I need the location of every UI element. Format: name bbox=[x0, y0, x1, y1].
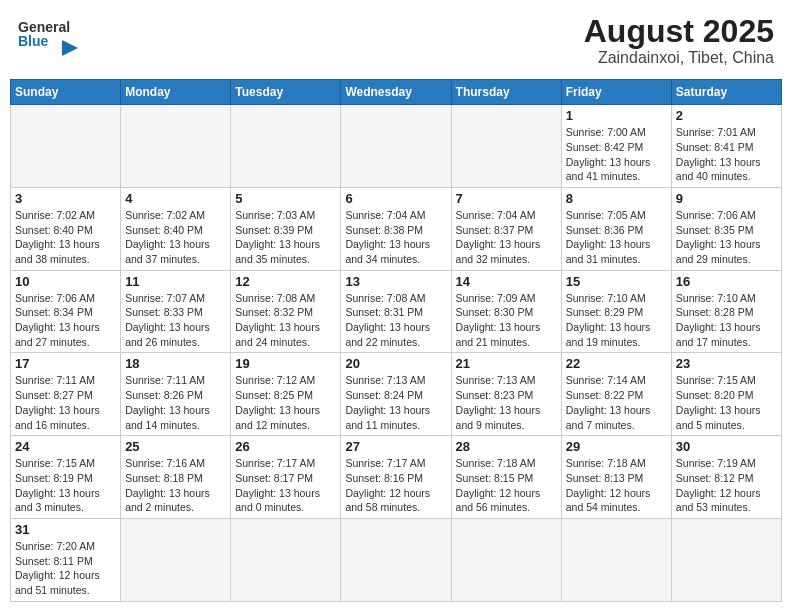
logo-icon: General Blue bbox=[18, 14, 78, 58]
calendar-week-4: 17Sunrise: 7:11 AMSunset: 8:27 PMDayligh… bbox=[11, 353, 782, 436]
day-number: 8 bbox=[566, 191, 667, 206]
calendar-cell bbox=[231, 105, 341, 188]
day-number: 25 bbox=[125, 439, 226, 454]
page-subtitle: Zaindainxoi, Tibet, China bbox=[584, 49, 774, 67]
calendar-cell: 31Sunrise: 7:20 AMSunset: 8:11 PMDayligh… bbox=[11, 518, 121, 601]
calendar-week-5: 24Sunrise: 7:15 AMSunset: 8:19 PMDayligh… bbox=[11, 436, 782, 519]
calendar-cell: 19Sunrise: 7:12 AMSunset: 8:25 PMDayligh… bbox=[231, 353, 341, 436]
day-info: Sunrise: 7:14 AMSunset: 8:22 PMDaylight:… bbox=[566, 373, 667, 432]
calendar-cell: 18Sunrise: 7:11 AMSunset: 8:26 PMDayligh… bbox=[121, 353, 231, 436]
calendar-cell: 28Sunrise: 7:18 AMSunset: 8:15 PMDayligh… bbox=[451, 436, 561, 519]
day-info: Sunrise: 7:17 AMSunset: 8:17 PMDaylight:… bbox=[235, 456, 336, 515]
calendar-cell: 12Sunrise: 7:08 AMSunset: 8:32 PMDayligh… bbox=[231, 270, 341, 353]
day-number: 19 bbox=[235, 356, 336, 371]
calendar-cell: 30Sunrise: 7:19 AMSunset: 8:12 PMDayligh… bbox=[671, 436, 781, 519]
calendar-cell: 25Sunrise: 7:16 AMSunset: 8:18 PMDayligh… bbox=[121, 436, 231, 519]
calendar-cell bbox=[341, 105, 451, 188]
weekday-header-monday: Monday bbox=[121, 80, 231, 105]
calendar-cell: 14Sunrise: 7:09 AMSunset: 8:30 PMDayligh… bbox=[451, 270, 561, 353]
page-header: General Blue August 2025 Zaindainxoi, Ti… bbox=[10, 10, 782, 71]
day-number: 30 bbox=[676, 439, 777, 454]
day-info: Sunrise: 7:17 AMSunset: 8:16 PMDaylight:… bbox=[345, 456, 446, 515]
calendar-cell bbox=[121, 105, 231, 188]
calendar-week-1: 1Sunrise: 7:00 AMSunset: 8:42 PMDaylight… bbox=[11, 105, 782, 188]
day-info: Sunrise: 7:16 AMSunset: 8:18 PMDaylight:… bbox=[125, 456, 226, 515]
day-number: 15 bbox=[566, 274, 667, 289]
page-title: August 2025 bbox=[584, 14, 774, 49]
weekday-header-saturday: Saturday bbox=[671, 80, 781, 105]
calendar-cell: 22Sunrise: 7:14 AMSunset: 8:22 PMDayligh… bbox=[561, 353, 671, 436]
day-info: Sunrise: 7:00 AMSunset: 8:42 PMDaylight:… bbox=[566, 125, 667, 184]
calendar-cell: 20Sunrise: 7:13 AMSunset: 8:24 PMDayligh… bbox=[341, 353, 451, 436]
day-info: Sunrise: 7:08 AMSunset: 8:31 PMDaylight:… bbox=[345, 291, 446, 350]
calendar-cell: 29Sunrise: 7:18 AMSunset: 8:13 PMDayligh… bbox=[561, 436, 671, 519]
calendar-week-3: 10Sunrise: 7:06 AMSunset: 8:34 PMDayligh… bbox=[11, 270, 782, 353]
calendar-cell bbox=[11, 105, 121, 188]
day-info: Sunrise: 7:11 AMSunset: 8:27 PMDaylight:… bbox=[15, 373, 116, 432]
day-info: Sunrise: 7:06 AMSunset: 8:35 PMDaylight:… bbox=[676, 208, 777, 267]
day-number: 28 bbox=[456, 439, 557, 454]
calendar-cell bbox=[671, 518, 781, 601]
day-number: 21 bbox=[456, 356, 557, 371]
calendar-cell: 9Sunrise: 7:06 AMSunset: 8:35 PMDaylight… bbox=[671, 187, 781, 270]
calendar-cell: 8Sunrise: 7:05 AMSunset: 8:36 PMDaylight… bbox=[561, 187, 671, 270]
calendar-table: SundayMondayTuesdayWednesdayThursdayFrid… bbox=[10, 79, 782, 602]
title-block: August 2025 Zaindainxoi, Tibet, China bbox=[584, 14, 774, 67]
day-number: 1 bbox=[566, 108, 667, 123]
calendar-cell bbox=[121, 518, 231, 601]
day-number: 29 bbox=[566, 439, 667, 454]
calendar-cell: 5Sunrise: 7:03 AMSunset: 8:39 PMDaylight… bbox=[231, 187, 341, 270]
logo: General Blue bbox=[18, 14, 80, 58]
calendar-cell: 2Sunrise: 7:01 AMSunset: 8:41 PMDaylight… bbox=[671, 105, 781, 188]
calendar-cell: 1Sunrise: 7:00 AMSunset: 8:42 PMDaylight… bbox=[561, 105, 671, 188]
day-info: Sunrise: 7:08 AMSunset: 8:32 PMDaylight:… bbox=[235, 291, 336, 350]
day-number: 4 bbox=[125, 191, 226, 206]
calendar-cell: 10Sunrise: 7:06 AMSunset: 8:34 PMDayligh… bbox=[11, 270, 121, 353]
calendar-cell: 27Sunrise: 7:17 AMSunset: 8:16 PMDayligh… bbox=[341, 436, 451, 519]
day-info: Sunrise: 7:05 AMSunset: 8:36 PMDaylight:… bbox=[566, 208, 667, 267]
day-info: Sunrise: 7:15 AMSunset: 8:19 PMDaylight:… bbox=[15, 456, 116, 515]
day-info: Sunrise: 7:09 AMSunset: 8:30 PMDaylight:… bbox=[456, 291, 557, 350]
day-number: 14 bbox=[456, 274, 557, 289]
calendar-cell bbox=[561, 518, 671, 601]
day-info: Sunrise: 7:18 AMSunset: 8:13 PMDaylight:… bbox=[566, 456, 667, 515]
calendar-cell: 13Sunrise: 7:08 AMSunset: 8:31 PMDayligh… bbox=[341, 270, 451, 353]
day-info: Sunrise: 7:06 AMSunset: 8:34 PMDaylight:… bbox=[15, 291, 116, 350]
day-number: 16 bbox=[676, 274, 777, 289]
calendar-cell: 15Sunrise: 7:10 AMSunset: 8:29 PMDayligh… bbox=[561, 270, 671, 353]
calendar-week-2: 3Sunrise: 7:02 AMSunset: 8:40 PMDaylight… bbox=[11, 187, 782, 270]
day-number: 18 bbox=[125, 356, 226, 371]
day-number: 9 bbox=[676, 191, 777, 206]
day-number: 6 bbox=[345, 191, 446, 206]
day-number: 5 bbox=[235, 191, 336, 206]
day-info: Sunrise: 7:01 AMSunset: 8:41 PMDaylight:… bbox=[676, 125, 777, 184]
day-info: Sunrise: 7:02 AMSunset: 8:40 PMDaylight:… bbox=[125, 208, 226, 267]
day-number: 13 bbox=[345, 274, 446, 289]
weekday-header-tuesday: Tuesday bbox=[231, 80, 341, 105]
day-number: 11 bbox=[125, 274, 226, 289]
calendar-cell: 26Sunrise: 7:17 AMSunset: 8:17 PMDayligh… bbox=[231, 436, 341, 519]
calendar-cell: 11Sunrise: 7:07 AMSunset: 8:33 PMDayligh… bbox=[121, 270, 231, 353]
day-number: 20 bbox=[345, 356, 446, 371]
day-info: Sunrise: 7:04 AMSunset: 8:37 PMDaylight:… bbox=[456, 208, 557, 267]
calendar-cell bbox=[451, 518, 561, 601]
day-info: Sunrise: 7:13 AMSunset: 8:24 PMDaylight:… bbox=[345, 373, 446, 432]
weekday-header-friday: Friday bbox=[561, 80, 671, 105]
calendar-cell: 17Sunrise: 7:11 AMSunset: 8:27 PMDayligh… bbox=[11, 353, 121, 436]
day-info: Sunrise: 7:04 AMSunset: 8:38 PMDaylight:… bbox=[345, 208, 446, 267]
day-info: Sunrise: 7:10 AMSunset: 8:29 PMDaylight:… bbox=[566, 291, 667, 350]
calendar-cell bbox=[341, 518, 451, 601]
day-number: 24 bbox=[15, 439, 116, 454]
day-number: 23 bbox=[676, 356, 777, 371]
day-number: 2 bbox=[676, 108, 777, 123]
calendar-cell: 3Sunrise: 7:02 AMSunset: 8:40 PMDaylight… bbox=[11, 187, 121, 270]
day-info: Sunrise: 7:15 AMSunset: 8:20 PMDaylight:… bbox=[676, 373, 777, 432]
day-info: Sunrise: 7:07 AMSunset: 8:33 PMDaylight:… bbox=[125, 291, 226, 350]
svg-marker-2 bbox=[62, 40, 78, 56]
calendar-cell: 23Sunrise: 7:15 AMSunset: 8:20 PMDayligh… bbox=[671, 353, 781, 436]
day-info: Sunrise: 7:18 AMSunset: 8:15 PMDaylight:… bbox=[456, 456, 557, 515]
day-info: Sunrise: 7:13 AMSunset: 8:23 PMDaylight:… bbox=[456, 373, 557, 432]
calendar-cell: 7Sunrise: 7:04 AMSunset: 8:37 PMDaylight… bbox=[451, 187, 561, 270]
calendar-cell: 16Sunrise: 7:10 AMSunset: 8:28 PMDayligh… bbox=[671, 270, 781, 353]
day-number: 27 bbox=[345, 439, 446, 454]
